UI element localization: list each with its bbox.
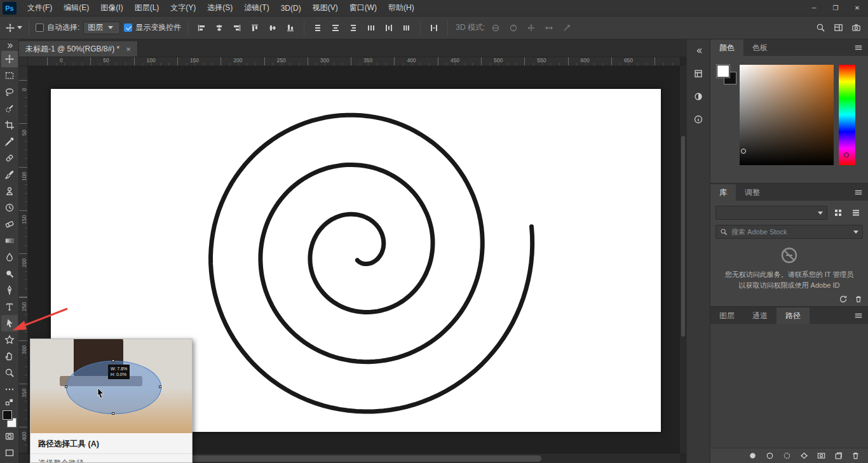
fill-path-icon[interactable] <box>748 451 757 460</box>
tab-layers[interactable]: 图层 <box>710 307 743 324</box>
library-search-input[interactable] <box>731 228 850 236</box>
checkbox-icon[interactable] <box>36 23 44 32</box>
tab-adjustments[interactable]: 调整 <box>736 184 769 201</box>
photoshop-logo[interactable]: Ps <box>3 2 17 15</box>
make-work-path-icon[interactable] <box>799 451 809 460</box>
saturation-brightness-field[interactable] <box>740 65 834 165</box>
tool-clone-stamp[interactable] <box>1 183 18 199</box>
screen-mode-button[interactable] <box>1 445 18 461</box>
sync-icon[interactable] <box>839 295 848 304</box>
menu-item[interactable]: 滤镜(T) <box>238 0 275 16</box>
list-view-icon[interactable] <box>849 206 863 220</box>
color-field-marker[interactable] <box>741 149 746 154</box>
library-search-field[interactable] <box>715 225 863 239</box>
tool-healing-brush[interactable] <box>1 150 18 166</box>
tool-more[interactable] <box>1 381 18 398</box>
menu-item[interactable]: 视图(V) <box>307 0 344 16</box>
quick-mask-button[interactable] <box>1 428 18 445</box>
menu-item[interactable]: 3D(D) <box>275 0 307 16</box>
collapse-tools-icon[interactable] <box>0 41 18 51</box>
tool-move[interactable] <box>1 51 18 67</box>
search-icon[interactable] <box>813 21 827 35</box>
menu-item[interactable]: 选择(S) <box>201 0 238 16</box>
capture-icon[interactable] <box>849 21 863 35</box>
add-mask-icon[interactable] <box>817 451 826 460</box>
align-right-edges-button[interactable] <box>230 21 244 35</box>
foreground-color-swatch[interactable] <box>3 410 12 420</box>
tab-color[interactable]: 颜色 <box>710 39 743 56</box>
default-swap-colors[interactable] <box>1 398 18 406</box>
library-select-dropdown[interactable] <box>715 206 827 220</box>
menu-item[interactable]: 文字(Y) <box>165 0 201 16</box>
scrollbar-thumb[interactable] <box>681 136 685 337</box>
stroke-path-icon[interactable] <box>765 451 775 460</box>
show-transform-checkbox[interactable]: 显示变换控件 <box>124 22 181 33</box>
h-ruler[interactable]: 050100150200250300350400450500550600650 <box>19 57 680 66</box>
panel-menu-icon[interactable] <box>854 307 868 324</box>
distribute-left-edges-button[interactable] <box>364 21 378 35</box>
vertical-scrollbar[interactable] <box>680 66 686 453</box>
tool-path-selection[interactable] <box>1 315 18 332</box>
tool-dodge[interactable] <box>1 265 18 282</box>
grid-view-icon[interactable] <box>831 206 845 220</box>
tab-libraries[interactable]: 库 <box>710 184 736 201</box>
tool-history-brush[interactable] <box>1 199 18 216</box>
auto-select-checkbox[interactable]: 自动选择: <box>36 22 79 33</box>
tool-marquee[interactable] <box>1 67 18 84</box>
distribute-bottom-edges-button[interactable] <box>346 21 360 35</box>
document-tab[interactable]: 未标题-1 @ 50%(RGB/8#) * × <box>19 41 138 57</box>
tool-brush[interactable] <box>1 166 18 183</box>
menu-item[interactable]: 编辑(E) <box>58 0 95 16</box>
tool-eraser[interactable] <box>1 216 18 232</box>
tool-crop[interactable] <box>1 117 18 133</box>
menu-item[interactable]: 窗口(W) <box>344 0 383 16</box>
delete-icon[interactable] <box>854 295 863 304</box>
align-top-edges-button[interactable] <box>248 21 262 35</box>
menu-item[interactable]: 图层(L) <box>129 0 165 16</box>
spiral-path[interactable] <box>211 115 532 412</box>
expand-panels-icon[interactable] <box>689 42 707 60</box>
checkbox-checked-icon[interactable] <box>124 23 132 32</box>
tool-eyedropper[interactable] <box>1 133 18 150</box>
distribute-vertical-centers-button[interactable] <box>329 21 342 35</box>
minimize-button[interactable]: ─ <box>803 0 825 17</box>
align-vertical-centers-button[interactable] <box>266 21 280 35</box>
panel-menu-icon[interactable] <box>854 184 868 201</box>
restore-button[interactable]: ❐ <box>825 0 846 17</box>
align-left-edges-button[interactable] <box>194 21 208 35</box>
tool-hand[interactable] <box>1 348 18 365</box>
current-tool-preview[interactable] <box>5 23 22 33</box>
panel-menu-icon[interactable] <box>854 39 868 56</box>
distribute-spacing-button[interactable] <box>427 21 441 35</box>
info-panel-icon[interactable] <box>689 111 707 128</box>
menu-item[interactable]: 文件(F) <box>22 0 58 16</box>
tab-channels[interactable]: 通道 <box>743 307 776 324</box>
v-ruler[interactable]: 050100150200250300350400 <box>19 66 28 453</box>
foreground-background-colors[interactable] <box>1 409 18 428</box>
tab-close-icon[interactable]: × <box>126 44 131 54</box>
distribute-top-edges-button[interactable] <box>311 21 325 35</box>
foreground-color-swatch[interactable] <box>717 65 729 77</box>
delete-path-icon[interactable] <box>851 451 860 460</box>
hue-slider[interactable] <box>839 65 855 165</box>
workspace-icon[interactable] <box>831 21 845 35</box>
tab-paths[interactable]: 路径 <box>776 307 810 324</box>
hue-marker[interactable] <box>844 152 849 158</box>
tool-type[interactable] <box>1 299 18 315</box>
auto-select-target-dropdown[interactable]: 图层 <box>83 22 120 34</box>
distribute-horizontal-centers-button[interactable] <box>382 21 396 35</box>
load-selection-icon[interactable] <box>782 451 792 460</box>
tab-swatches[interactable]: 色板 <box>743 39 776 56</box>
tool-blur[interactable] <box>1 249 18 265</box>
tool-zoom[interactable] <box>1 365 18 381</box>
libraries-panel-icon[interactable] <box>689 65 707 83</box>
distribute-right-edges-button[interactable] <box>400 21 414 35</box>
tool-gradient[interactable] <box>1 232 18 249</box>
tool-pen[interactable] <box>1 282 18 299</box>
scrollbar-thumb[interactable] <box>178 455 541 462</box>
panel-fg-bg-swatches[interactable] <box>717 65 738 90</box>
menu-item[interactable]: 帮助(H) <box>383 0 420 16</box>
align-bottom-edges-button[interactable] <box>283 21 297 35</box>
tool-lasso[interactable] <box>1 84 18 100</box>
new-path-icon[interactable] <box>834 451 843 460</box>
